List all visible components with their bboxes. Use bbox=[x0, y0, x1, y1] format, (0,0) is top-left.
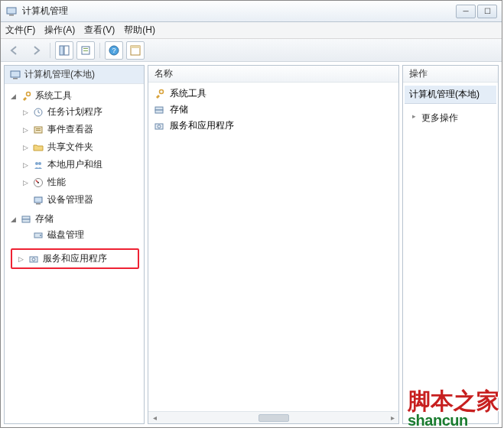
nav-back-button[interactable] bbox=[5, 41, 24, 60]
svg-point-27 bbox=[40, 235, 41, 236]
list-label: 存储 bbox=[170, 103, 188, 116]
svg-point-19 bbox=[38, 162, 41, 165]
app-icon bbox=[5, 5, 18, 18]
list-item-system-tools[interactable]: 系统工具 bbox=[150, 86, 397, 102]
list-item-storage[interactable]: 存储 bbox=[150, 102, 397, 118]
nav-forward-button[interactable] bbox=[27, 41, 45, 60]
actions-header-label: 操作 bbox=[409, 67, 428, 80]
expand-icon[interactable]: ▷ bbox=[21, 126, 29, 134]
actions-body: 计算机管理(本地) 更多操作 bbox=[403, 83, 498, 423]
svg-rect-22 bbox=[34, 197, 42, 203]
tree-label: 本地用户和组 bbox=[47, 158, 102, 171]
actions-header: 操作 bbox=[403, 66, 498, 83]
tree-label: 磁盘管理 bbox=[47, 228, 84, 241]
storage-icon bbox=[153, 104, 165, 116]
scroll-thumb[interactable] bbox=[259, 414, 289, 422]
svg-rect-32 bbox=[155, 110, 163, 113]
actions-group-title: 计算机管理(本地) bbox=[405, 86, 496, 104]
column-label: 名称 bbox=[154, 67, 173, 80]
tree-item-performance[interactable]: ▷ 性能 bbox=[20, 175, 142, 190]
svg-rect-24 bbox=[22, 216, 30, 219]
svg-rect-16 bbox=[36, 128, 41, 129]
highlighted-item: ▷ 服务和应用程序 bbox=[11, 248, 139, 269]
show-hide-tree-button[interactable] bbox=[55, 41, 73, 60]
tree-item-services-apps[interactable]: ▷ 服务和应用程序 bbox=[15, 251, 135, 266]
tree-label: 任务计划程序 bbox=[47, 105, 102, 118]
svg-rect-10 bbox=[131, 46, 140, 48]
collapse-icon[interactable]: ◢ bbox=[9, 92, 17, 100]
collapse-icon[interactable]: ◢ bbox=[9, 216, 17, 223]
tree-item-storage[interactable]: ◢ 存储 bbox=[8, 212, 142, 226]
svg-point-18 bbox=[35, 162, 38, 165]
window-controls: ─ ☐ bbox=[454, 5, 497, 18]
scroll-left-icon[interactable]: ◂ bbox=[148, 413, 161, 422]
help-button[interactable]: ? bbox=[105, 41, 123, 60]
maximize-button[interactable]: ☐ bbox=[477, 5, 497, 18]
show-actions-button[interactable] bbox=[126, 41, 145, 60]
services-icon bbox=[28, 253, 40, 265]
expand-icon[interactable]: ▷ bbox=[21, 179, 29, 186]
tools-icon bbox=[153, 88, 165, 100]
device-icon bbox=[32, 194, 44, 206]
svg-point-13 bbox=[27, 92, 31, 96]
event-icon bbox=[32, 124, 44, 136]
computer-icon bbox=[9, 69, 21, 81]
menu-action[interactable]: 操作(A) bbox=[44, 24, 75, 37]
tree-label: 服务和应用程序 bbox=[43, 252, 107, 265]
tree-item-system-tools[interactable]: ◢ 系统工具 bbox=[8, 89, 142, 103]
column-header-name[interactable]: 名称 bbox=[148, 66, 398, 83]
list-label: 服务和应用程序 bbox=[170, 119, 234, 132]
tree-label: 事件查看器 bbox=[47, 123, 93, 136]
app-window: 计算机管理 ─ ☐ 文件(F) 操作(A) 查看(V) 帮助(H) ? 计算机管… bbox=[0, 0, 502, 428]
svg-rect-25 bbox=[22, 219, 30, 222]
tree-root-label: 计算机管理(本地) bbox=[24, 68, 95, 81]
tree-item-shared-folders[interactable]: ▷ 共享文件夹 bbox=[20, 140, 142, 154]
svg-rect-5 bbox=[83, 48, 88, 49]
tree-pane: 计算机管理(本地) ◢ 系统工具 ▷ 任 bbox=[4, 65, 145, 424]
tree-item-device-manager[interactable]: 设备管理器 bbox=[20, 193, 142, 207]
tree-label: 设备管理器 bbox=[47, 193, 93, 206]
clock-icon bbox=[32, 106, 44, 118]
tree-item-task-scheduler[interactable]: ▷ 任务计划程序 bbox=[20, 105, 142, 119]
titlebar: 计算机管理 ─ ☐ bbox=[1, 1, 502, 22]
svg-rect-2 bbox=[60, 46, 63, 55]
tree-item-local-users[interactable]: ▷ 本地用户和组 bbox=[20, 157, 142, 172]
tree-item-event-viewer[interactable]: ▷ 事件查看器 bbox=[20, 122, 142, 137]
properties-button[interactable] bbox=[76, 41, 95, 60]
list-body: 系统工具 存储 服务和应用程序 bbox=[148, 83, 398, 411]
horizontal-scrollbar[interactable]: ◂ ▸ bbox=[148, 411, 398, 423]
window-title: 计算机管理 bbox=[22, 5, 68, 18]
svg-rect-6 bbox=[83, 50, 88, 51]
actions-pane: 操作 计算机管理(本地) 更多操作 bbox=[402, 65, 499, 424]
expand-icon[interactable]: ▷ bbox=[17, 255, 24, 263]
action-more[interactable]: 更多操作 bbox=[411, 109, 490, 128]
toolbar-separator bbox=[50, 43, 50, 58]
menu-view[interactable]: 查看(V) bbox=[84, 24, 115, 37]
expand-icon[interactable]: ▷ bbox=[21, 144, 29, 151]
list-label: 系统工具 bbox=[170, 87, 206, 100]
svg-rect-1 bbox=[9, 15, 14, 16]
tree-body: ◢ 系统工具 ▷ 任务计划程序 ▷ bbox=[5, 84, 144, 423]
svg-point-21 bbox=[37, 182, 39, 183]
storage-icon bbox=[20, 213, 32, 225]
tree-label: 存储 bbox=[35, 212, 54, 225]
tree-root-header[interactable]: 计算机管理(本地) bbox=[5, 66, 144, 84]
toolbar: ? bbox=[1, 39, 502, 62]
action-label: 更多操作 bbox=[421, 112, 458, 123]
tree-item-disk-management[interactable]: 磁盘管理 bbox=[20, 228, 142, 242]
expand-icon[interactable]: ▷ bbox=[21, 109, 29, 116]
menu-file[interactable]: 文件(F) bbox=[5, 24, 35, 37]
svg-rect-31 bbox=[155, 107, 163, 110]
svg-rect-23 bbox=[36, 203, 41, 205]
minimize-button[interactable]: ─ bbox=[456, 5, 476, 18]
svg-rect-3 bbox=[64, 46, 69, 55]
scroll-right-icon[interactable]: ▸ bbox=[386, 413, 398, 422]
expand-icon[interactable]: ▷ bbox=[21, 161, 29, 169]
menu-help[interactable]: 帮助(H) bbox=[124, 24, 155, 37]
list-item-services-apps[interactable]: 服务和应用程序 bbox=[150, 118, 397, 134]
users-icon bbox=[32, 159, 44, 171]
tree-label: 共享文件夹 bbox=[47, 141, 93, 154]
svg-rect-0 bbox=[7, 8, 16, 14]
actions-group: 计算机管理(本地) 更多操作 bbox=[405, 86, 496, 132]
toolbar-separator bbox=[99, 43, 100, 58]
